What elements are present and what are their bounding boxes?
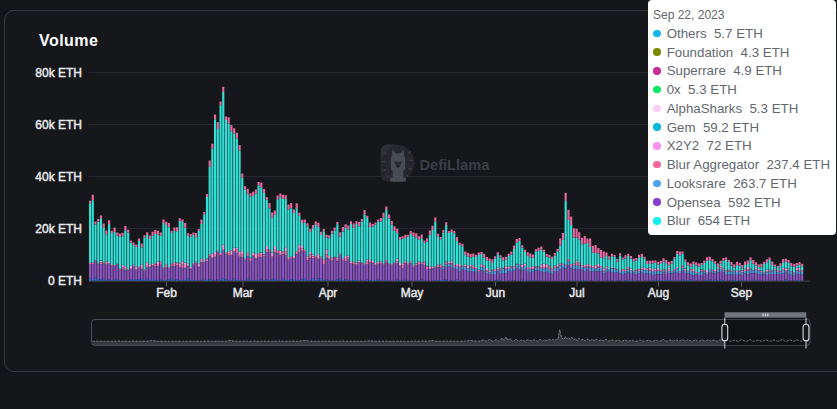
svg-text:Jul: Jul — [569, 286, 584, 300]
svg-text:80k ETH: 80k ETH — [35, 66, 82, 80]
svg-text:0 ETH: 0 ETH — [48, 274, 82, 288]
svg-text:Sep: Sep — [731, 286, 753, 300]
svg-text:Mar: Mar — [233, 286, 254, 300]
svg-text:20k ETH: 20k ETH — [35, 222, 82, 236]
svg-text:60k ETH: 60k ETH — [35, 118, 82, 132]
svg-text:Jun: Jun — [486, 286, 505, 300]
svg-text:DefiLlama: DefiLlama — [420, 157, 491, 173]
svg-text:Aug: Aug — [648, 286, 669, 300]
svg-text:40k ETH: 40k ETH — [35, 170, 82, 184]
svg-text:Feb: Feb — [156, 286, 177, 300]
svg-text:Apr: Apr — [319, 286, 338, 300]
svg-text:May: May — [401, 286, 424, 300]
